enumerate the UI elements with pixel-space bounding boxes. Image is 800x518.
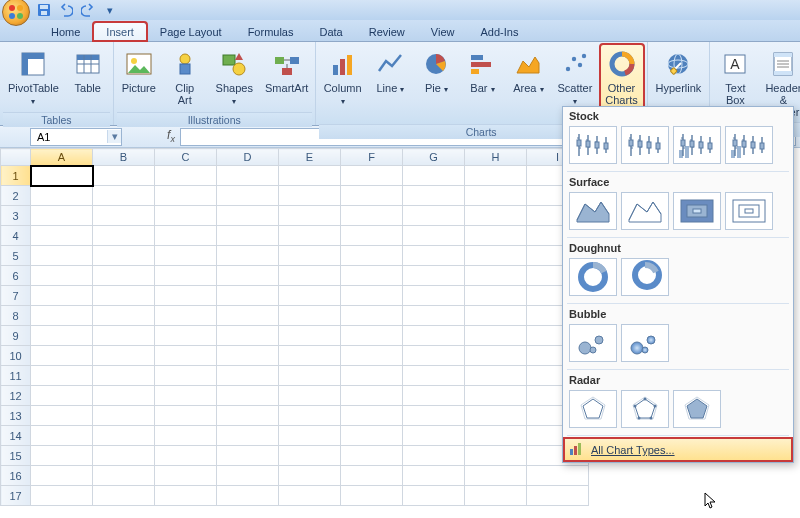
cell[interactable] (403, 446, 465, 466)
cell[interactable] (403, 406, 465, 426)
cell[interactable] (31, 346, 93, 366)
cell[interactable] (31, 266, 93, 286)
cell[interactable] (217, 466, 279, 486)
cell[interactable] (403, 266, 465, 286)
cell[interactable] (217, 246, 279, 266)
chart-thumb-surface-contour[interactable] (673, 192, 721, 230)
cell[interactable] (93, 406, 155, 426)
cell[interactable] (465, 306, 527, 326)
cell[interactable] (31, 466, 93, 486)
chart-thumb-stock-ohlc[interactable] (621, 126, 669, 164)
cell[interactable] (403, 466, 465, 486)
row-header-9[interactable]: 9 (1, 326, 31, 346)
cell[interactable] (217, 346, 279, 366)
cell[interactable] (403, 306, 465, 326)
cell[interactable] (217, 406, 279, 426)
name-box[interactable]: A1 ▾ (30, 128, 122, 146)
cell[interactable] (93, 366, 155, 386)
cell[interactable] (465, 466, 527, 486)
cell[interactable] (465, 226, 527, 246)
worksheet-grid[interactable]: ABCDEFGHI1234567891011121314151617 (0, 148, 589, 506)
cell[interactable] (341, 326, 403, 346)
cell[interactable] (403, 186, 465, 206)
cell[interactable] (31, 406, 93, 426)
row-header-11[interactable]: 11 (1, 366, 31, 386)
cell[interactable] (217, 426, 279, 446)
cell[interactable] (527, 466, 589, 486)
cell[interactable] (465, 286, 527, 306)
text-box-button[interactable]: ATextBox (713, 44, 757, 110)
chart-thumb-doughnut[interactable] (569, 258, 617, 296)
cell[interactable] (465, 166, 527, 186)
cell[interactable] (93, 486, 155, 506)
col-header-E[interactable]: E (279, 149, 341, 166)
chart-thumb-doughnut-exploded[interactable] (621, 258, 669, 296)
table-button[interactable]: Table (66, 44, 110, 98)
cell[interactable] (217, 326, 279, 346)
cell[interactable] (403, 246, 465, 266)
cell[interactable] (465, 326, 527, 346)
cell[interactable] (31, 326, 93, 346)
cell[interactable] (217, 206, 279, 226)
row-header-15[interactable]: 15 (1, 446, 31, 466)
cell[interactable] (31, 206, 93, 226)
cell[interactable] (403, 426, 465, 446)
cell[interactable] (155, 186, 217, 206)
cell[interactable] (403, 386, 465, 406)
row-header-2[interactable]: 2 (1, 186, 31, 206)
pivottable-button[interactable]: PivotTable ▾ (3, 44, 64, 112)
cell[interactable] (155, 406, 217, 426)
col-header-A[interactable]: A (31, 149, 93, 166)
cell[interactable] (279, 186, 341, 206)
cell[interactable] (279, 286, 341, 306)
row-header-14[interactable]: 14 (1, 426, 31, 446)
cell[interactable] (93, 186, 155, 206)
shapes-button[interactable]: Shapes ▾ (209, 44, 260, 112)
cell[interactable] (93, 286, 155, 306)
cell[interactable] (155, 426, 217, 446)
tab-home[interactable]: Home (38, 22, 93, 41)
cell[interactable] (279, 366, 341, 386)
cell[interactable] (217, 286, 279, 306)
cell[interactable] (93, 446, 155, 466)
bar-button[interactable]: Bar ▾ (460, 44, 504, 100)
cell[interactable] (155, 386, 217, 406)
cell[interactable] (93, 226, 155, 246)
cell[interactable] (155, 486, 217, 506)
cell[interactable] (465, 406, 527, 426)
row-header-13[interactable]: 13 (1, 406, 31, 426)
qat-customize-icon[interactable]: ▾ (102, 2, 118, 18)
cell[interactable] (341, 186, 403, 206)
cell[interactable] (217, 226, 279, 246)
tab-insert[interactable]: Insert (93, 22, 147, 41)
row-header-4[interactable]: 4 (1, 226, 31, 246)
cell[interactable] (465, 186, 527, 206)
cell[interactable] (527, 486, 589, 506)
cell[interactable] (465, 446, 527, 466)
cell[interactable] (341, 406, 403, 426)
cell[interactable] (155, 446, 217, 466)
cell[interactable] (31, 446, 93, 466)
cell[interactable] (217, 166, 279, 186)
clip-art-button[interactable]: ClipArt (163, 44, 207, 110)
cell[interactable] (31, 226, 93, 246)
cell[interactable] (403, 166, 465, 186)
cell[interactable] (341, 226, 403, 246)
cell[interactable] (31, 426, 93, 446)
line-button[interactable]: Line ▾ (368, 44, 412, 100)
cell[interactable] (465, 346, 527, 366)
cell[interactable] (279, 426, 341, 446)
cell[interactable] (341, 486, 403, 506)
scatter-button[interactable]: Scatter ▾ (552, 44, 597, 112)
cell[interactable] (465, 246, 527, 266)
cell[interactable] (217, 386, 279, 406)
col-header-C[interactable]: C (155, 149, 217, 166)
cell[interactable] (155, 246, 217, 266)
chart-thumb-radar-filled[interactable] (673, 390, 721, 428)
row-header-7[interactable]: 7 (1, 286, 31, 306)
tab-formulas[interactable]: Formulas (235, 22, 307, 41)
cell[interactable] (93, 346, 155, 366)
cell[interactable] (465, 266, 527, 286)
chart-thumb-stock-vohlc[interactable] (725, 126, 773, 164)
cell[interactable] (93, 266, 155, 286)
